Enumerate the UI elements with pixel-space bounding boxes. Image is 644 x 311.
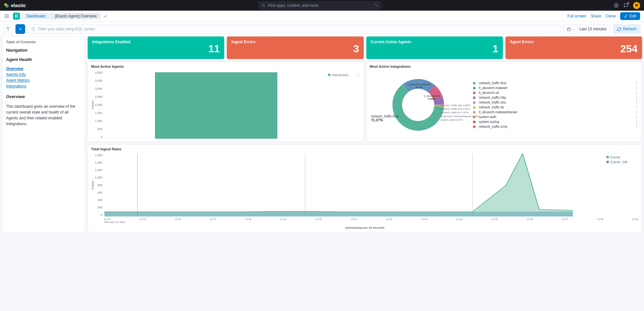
- donut-legend-item[interactable]: network_traffic.icmp: [473, 125, 639, 129]
- panel-total-ingest-rates: Total Ingest Rates Events 1,6001,4001,20…: [88, 144, 642, 232]
- svg-point-20: [636, 96, 637, 97]
- newsfeed-icon: [623, 3, 629, 8]
- main-layout: Table of Contents Navigation Agent Healt…: [0, 36, 644, 235]
- panel-most-active-agents: Most Active Agents Events 4,0003,5003,00…: [88, 62, 364, 142]
- agent-health-heading: Agent Health: [6, 57, 81, 62]
- stat-ingest-errors: Ingest Errors 3: [227, 36, 363, 59]
- svg-point-40: [636, 127, 637, 128]
- donut-legend-item[interactable]: network_traffic.tls: [473, 105, 639, 109]
- line-x-label: @timestamp per 30 seconds: [91, 226, 639, 229]
- donut-legend-item[interactable]: ti_abusech.malware: [473, 86, 639, 90]
- panel-options-icon[interactable]: [356, 73, 360, 77]
- donut-legend-item[interactable]: ti_abusech.url: [473, 91, 639, 95]
- donut-legend-item[interactable]: network_traffic.http: [473, 96, 639, 100]
- donut-outer-labels: network_traffic.http 3.88% network_traff…: [441, 104, 480, 122]
- svg-point-27: [636, 107, 637, 108]
- user-avatar[interactable]: M: [633, 2, 640, 9]
- line-y-axis: 1,6001,4001,2001,0008006004002000: [95, 154, 104, 216]
- newsfeed-button[interactable]: [623, 3, 629, 8]
- dashboard-content: Integrations Enabled 11 Ingest Errors 3 …: [88, 36, 642, 232]
- add-filter-button[interactable]: [15, 24, 25, 34]
- svg-point-38: [636, 125, 637, 126]
- svg-point-22: [636, 98, 637, 99]
- kql-query-input[interactable]: Filter your data using KQL syntax: [28, 24, 561, 34]
- stat-integrations-enabled: Integrations Enabled 11: [88, 36, 224, 59]
- svg-point-11: [636, 82, 637, 82]
- clone-link[interactable]: Clone: [606, 14, 616, 18]
- svg-point-9: [358, 75, 359, 75]
- toc-heading: Table of Contents: [6, 40, 81, 44]
- time-range-picker[interactable]: Last 15 minutes: [563, 24, 610, 34]
- shortcut-hint: ⌃/: [374, 3, 378, 7]
- svg-point-23: [636, 101, 637, 102]
- plus-icon: [18, 27, 23, 31]
- top-header: elastic Find apps, content, and more. ⌃/…: [0, 0, 644, 11]
- edit-button[interactable]: Edit: [620, 12, 640, 20]
- breadcrumb-current: [Elastic Agent] Overview: [49, 13, 101, 19]
- dashboard-actions: Full screen Share Clone Edit: [567, 12, 640, 20]
- link-agents-info[interactable]: Agents Info: [6, 72, 81, 77]
- svg-point-15: [636, 88, 637, 88]
- pencil-icon: [624, 14, 628, 18]
- global-search-input[interactable]: Find apps, content, and more. ⌃/: [259, 2, 381, 9]
- breadcrumb: Dashboard [Elastic Agent] Overview: [23, 13, 101, 19]
- legend-events[interactable]: Events: [606, 156, 639, 159]
- header-right-icons: M: [614, 2, 640, 9]
- svg-point-13: [636, 84, 637, 85]
- donut-legend-item[interactable]: network_traffic.flow: [473, 81, 639, 85]
- search-icon: [262, 4, 265, 7]
- full-screen-link[interactable]: Full screen: [567, 14, 586, 18]
- svg-point-29: [636, 111, 637, 111]
- svg-point-39: [636, 126, 637, 127]
- svg-point-24: [636, 102, 637, 103]
- svg-point-12: [636, 83, 637, 84]
- charts-row: Most Active Agents Events 4,0003,5003,00…: [88, 62, 642, 142]
- bar-legend: marius-test...: [328, 71, 360, 139]
- svg-point-35: [636, 120, 637, 121]
- breadcrumb-bar: D Dashboard [Elastic Agent] Overview Ful…: [0, 11, 644, 22]
- share-link[interactable]: Share: [591, 14, 601, 18]
- link-overview[interactable]: Overview: [6, 66, 81, 71]
- svg-point-17: [636, 91, 637, 92]
- bar-series-0[interactable]: [155, 72, 277, 139]
- donut-legend: network_traffic.flowti_abusech.malwareti…: [466, 81, 639, 129]
- svg-point-21: [636, 97, 637, 98]
- svg-point-10: [358, 76, 359, 76]
- legend-dot: [328, 74, 331, 76]
- line-plot-area[interactable]: [104, 154, 606, 216]
- svg-point-3: [262, 4, 264, 6]
- line-x-sub: February 20, 2023: [91, 221, 639, 224]
- donut-legend-item[interactable]: system.auth: [473, 115, 639, 119]
- svg-point-18: [636, 93, 637, 93]
- stat-agent-errors: Agent Errors 254: [505, 36, 642, 59]
- filter-bar: Filter your data using KQL syntax Last 1…: [0, 22, 644, 36]
- calendar-icon: [567, 27, 571, 31]
- link-agent-metrics[interactable]: Agent Metrics: [6, 78, 81, 83]
- donut-legend-item[interactable]: network_traffic.dns: [473, 101, 639, 105]
- elastic-logo-icon: [4, 3, 9, 8]
- svg-point-33: [636, 117, 637, 117]
- svg-point-4: [614, 4, 618, 7]
- data-view-button[interactable]: [3, 24, 13, 34]
- svg-point-14: [636, 86, 637, 87]
- bar-plot-area: [104, 71, 328, 139]
- svg-point-8: [358, 74, 359, 74]
- svg-point-2: [5, 6, 7, 7]
- space-selector[interactable]: D: [13, 13, 20, 20]
- menu-toggle-icon[interactable]: [4, 13, 10, 19]
- donut-legend-item[interactable]: ti_abusech.malwarebazaar: [473, 110, 639, 114]
- bar-y-axis: 4,0003,5003,0002,5002,0001,5001,0005000: [95, 71, 104, 139]
- bar-chart: Events 4,0003,5003,0002,5002,0001,5001,0…: [91, 71, 360, 139]
- breadcrumb-dashboard[interactable]: Dashboard: [23, 13, 49, 19]
- svg-point-26: [636, 106, 637, 106]
- svg-point-6: [32, 27, 34, 30]
- help-icon[interactable]: [614, 3, 619, 8]
- refresh-button[interactable]: Refresh: [613, 24, 641, 34]
- legend-label[interactable]: marius-test...: [332, 73, 351, 77]
- svg-point-32: [636, 115, 637, 116]
- link-integrations[interactable]: Integrations: [6, 84, 81, 88]
- legend-events-24h[interactable]: Events -24h: [606, 160, 639, 164]
- svg-point-36: [636, 122, 637, 122]
- donut-legend-item[interactable]: system.syslog: [473, 120, 639, 124]
- brand-logo[interactable]: elastic: [4, 3, 26, 8]
